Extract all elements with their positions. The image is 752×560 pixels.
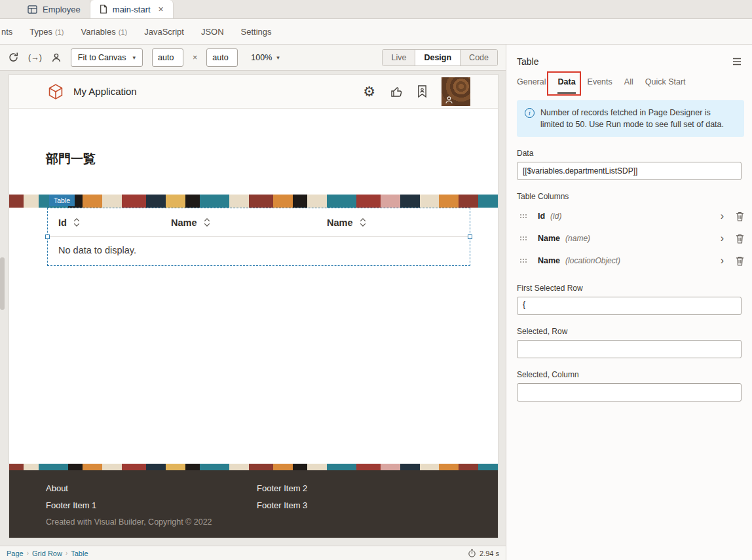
trash-icon[interactable] (736, 234, 744, 244)
close-icon[interactable]: × (159, 4, 164, 14)
selected-column-label: Selected, Column (517, 370, 742, 379)
breadcrumb-page[interactable]: Page (7, 550, 24, 557)
mode-switcher: Live Design Code (382, 49, 498, 66)
chevron-right-icon[interactable]: › (721, 233, 724, 244)
table-component[interactable]: Id Name (47, 208, 470, 266)
table-columns-label: Table Columns (517, 192, 742, 201)
data-expression-input[interactable]: [[$variables.departmentListSDP]] (517, 162, 742, 180)
tab-quick-start[interactable]: Quick Start (645, 77, 686, 94)
selected-row-label: Selected, Row (517, 327, 742, 336)
bookmark-user-icon[interactable] (417, 85, 427, 98)
data-field-label: Data (517, 149, 742, 158)
selection-handle-right[interactable] (468, 234, 472, 239)
tab-all[interactable]: All (624, 77, 633, 94)
drag-handle-icon[interactable] (519, 258, 527, 263)
expression-toggle-icon[interactable]: (→) (28, 53, 42, 62)
gear-icon[interactable]: ⚙ (363, 84, 375, 98)
breadcrumb-bar: Page › Grid Row › Table 2.94 s (0, 546, 506, 560)
selection-handle-left[interactable] (45, 234, 50, 239)
column-row-id[interactable]: Id (id) › (506, 205, 752, 227)
preview-page: My Application ⚙ (9, 75, 498, 538)
avatar[interactable] (442, 77, 470, 106)
inspector-tabs: General Data Events All Quick Start (506, 67, 752, 94)
selection-badge: Table (49, 195, 75, 206)
preview-footer: About Footer Item 1 Footer Item 2 Footer… (9, 470, 498, 538)
menu-item-json[interactable]: JSON (201, 27, 224, 37)
document-tabstrip: Employee main-start × (0, 0, 752, 19)
tab-general[interactable]: General (517, 77, 546, 94)
footer-link-item2[interactable]: Footer Item 2 (257, 483, 307, 493)
menu-count: (1) (55, 28, 64, 36)
page-icon (100, 5, 107, 14)
tab-main-start[interactable]: main-start × (90, 0, 174, 18)
info-banner: i Number of records fetched in Page Desi… (517, 100, 744, 137)
zoom-select[interactable]: 100% ▾ (251, 53, 280, 62)
tab-label: Employee (43, 5, 81, 14)
selected-row-input[interactable] (517, 340, 742, 358)
sort-icon[interactable] (204, 217, 210, 227)
selected-column-input[interactable] (517, 383, 742, 401)
timer-icon (468, 549, 476, 557)
footer-link-about[interactable]: About (46, 483, 96, 493)
trash-icon[interactable] (736, 256, 744, 266)
live-mode-button[interactable]: Live (383, 50, 415, 65)
menu-item-types[interactable]: Types (1) (29, 27, 64, 37)
app-logo-icon (47, 83, 64, 100)
tab-employee[interactable]: Employee (18, 0, 90, 18)
sort-icon[interactable] (73, 217, 80, 227)
visual-builder-window: Employee main-start × nts Types (1) Vari… (0, 0, 752, 560)
chevron-right-icon[interactable]: › (721, 255, 724, 266)
menu-count: (1) (119, 28, 127, 36)
canvas-width-input[interactable]: auto (152, 48, 183, 67)
designer-toolbar: (→) Fit to Canvas ▾ auto × auto 100% ▾ (0, 45, 506, 71)
tab-events[interactable]: Events (588, 77, 612, 94)
column-row-name[interactable]: Name (name) › (506, 227, 752, 250)
thumbs-up-icon[interactable] (390, 85, 403, 98)
property-inspector: Table General Data Events All Quick Star… (506, 45, 752, 560)
drag-handle-icon[interactable] (519, 236, 527, 241)
column-header-id[interactable]: Id (58, 217, 171, 228)
design-mode-button[interactable]: Design (415, 50, 460, 65)
decorative-footer-strip (9, 464, 498, 470)
preview-app-header: My Application ⚙ (9, 75, 498, 109)
menu-item-partial[interactable]: nts (1, 27, 12, 37)
tab-label: main-start (113, 5, 151, 14)
inspector-title: Table (517, 56, 538, 67)
menu-item-variables[interactable]: Variables (1) (81, 27, 127, 37)
column-header-name[interactable]: Name (171, 217, 327, 228)
sort-icon[interactable] (360, 217, 366, 227)
left-panel-scrollbar[interactable] (0, 257, 5, 310)
table-columns-list: Id (id) › Name (name) › (506, 205, 752, 272)
trash-icon[interactable] (736, 212, 744, 221)
footer-link-item1[interactable]: Footer Item 1 (46, 500, 96, 510)
tab-data[interactable]: Data (557, 77, 575, 94)
breadcrumb-separator-icon: › (66, 550, 67, 557)
chevron-down-icon: ▾ (132, 54, 136, 61)
first-selected-row-input[interactable]: { (517, 297, 742, 315)
breadcrumb-table[interactable]: Table (71, 550, 88, 557)
refresh-icon[interactable] (8, 52, 19, 63)
menu-icon[interactable] (732, 58, 742, 65)
table-header-row: Id Name (48, 208, 470, 237)
editor-menu: nts Types (1) Variables (1) JavaScript J… (0, 19, 752, 45)
menu-item-javascript[interactable]: JavaScript (144, 27, 184, 37)
chevron-right-icon[interactable]: › (721, 211, 724, 221)
drag-handle-icon[interactable] (519, 214, 527, 219)
first-selected-row-label: First Selected Row (517, 284, 742, 293)
table-empty-message: No data to display. (48, 237, 470, 263)
breadcrumb-grid-row[interactable]: Grid Row (32, 550, 62, 557)
render-timing: 2.94 s (468, 549, 499, 557)
footer-link-item3[interactable]: Footer Item 3 (257, 500, 307, 510)
app-icon (28, 5, 37, 14)
user-preview-icon[interactable] (51, 52, 62, 63)
preview-app-title: My Application (73, 86, 137, 97)
column-row-location[interactable]: Name (locationObject) › (506, 250, 752, 272)
fit-to-canvas-select[interactable]: Fit to Canvas ▾ (71, 48, 143, 67)
chevron-down-icon: ▾ (276, 54, 280, 61)
column-header-name-2[interactable]: Name (327, 217, 366, 228)
menu-item-settings[interactable]: Settings (241, 27, 272, 37)
code-mode-button[interactable]: Code (460, 50, 497, 65)
decorative-banner-strip (9, 195, 498, 208)
info-icon: i (525, 108, 535, 118)
canvas-height-input[interactable]: auto (206, 48, 238, 67)
